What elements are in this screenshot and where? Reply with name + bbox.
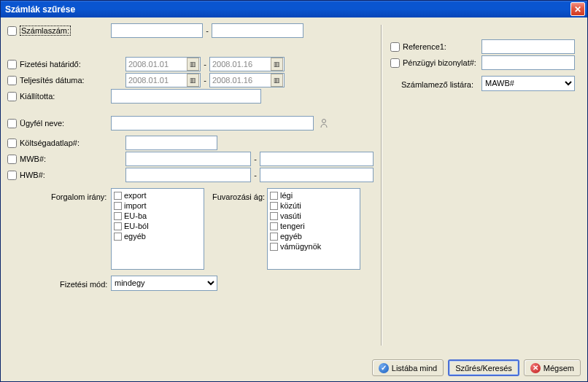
- list-item[interactable]: export: [114, 190, 201, 200]
- list-item-label: EU-ba: [124, 211, 147, 220]
- fizhatarido-checkbox[interactable]: [7, 60, 17, 69]
- penzugyi-checkbox[interactable]: [390, 58, 400, 68]
- svg-point-0: [322, 120, 326, 123]
- checkbox-icon[interactable]: [270, 212, 278, 220]
- dash: -: [251, 171, 260, 179]
- penzugyi-input[interactable]: [481, 55, 575, 70]
- checkbox-icon[interactable]: [114, 202, 122, 210]
- ugyfel-checkbox[interactable]: [7, 119, 17, 128]
- checkbox-icon[interactable]: [114, 212, 122, 220]
- reference1-input[interactable]: [481, 39, 575, 54]
- kiallitotta-input[interactable]: [111, 89, 261, 104]
- close-button[interactable]: ✕: [570, 2, 585, 16]
- szamlaszam-to-input[interactable]: [212, 23, 303, 38]
- hwb-to-input[interactable]: [260, 168, 374, 182]
- forgalom-irany-label: Forgalom irány:: [51, 192, 107, 201]
- list-item-label: vámügynök: [280, 242, 321, 251]
- checkbox-icon[interactable]: [270, 243, 278, 251]
- megsem-button[interactable]: ✕ Mégsem: [524, 359, 581, 376]
- fuvarozasi-ag-listbox[interactable]: légiközútivasútitengeriegyébvámügynök: [267, 188, 360, 270]
- calendar-icon[interactable]: ▥: [187, 74, 199, 87]
- koltsegadatlap-label: Költségadatlap#:: [20, 139, 80, 147]
- mwb-to-input[interactable]: [260, 152, 374, 166]
- checkbox-icon[interactable]: [270, 233, 278, 241]
- cancel-icon: ✕: [530, 363, 541, 373]
- list-item[interactable]: EU-ból: [114, 221, 201, 231]
- kiallitotta-checkbox[interactable]: [7, 92, 17, 101]
- fizhatarido-to-date[interactable]: 2008.01.16 ▥: [209, 57, 285, 71]
- list-item-label: EU-ból: [124, 222, 149, 230]
- forgalom-irany-listbox[interactable]: exportimportEU-baEU-bólegyéb: [111, 188, 204, 270]
- list-item-label: egyéb: [124, 232, 146, 241]
- vertical-separator: [381, 25, 382, 346]
- list-item[interactable]: EU-ba: [114, 211, 201, 221]
- fizhatarido-from-date[interactable]: 2008.01.01 ▥: [125, 57, 201, 71]
- list-item-label: tengeri: [280, 222, 305, 230]
- fizhatarido-label: Fizetési határidő:: [20, 60, 81, 69]
- szamlaszam-label: Számlaszám:: [20, 26, 71, 36]
- szures-kereses-button[interactable]: Szűrés/Keresés: [448, 359, 519, 376]
- list-item[interactable]: tengeri: [270, 221, 357, 231]
- calendar-icon[interactable]: ▥: [271, 74, 283, 87]
- teljesites-from-date[interactable]: 2008.01.01 ▥: [125, 73, 201, 87]
- koltsegadatlap-input[interactable]: [125, 136, 217, 150]
- checkbox-icon[interactable]: [270, 202, 278, 210]
- button-label: Mégsem: [543, 364, 574, 373]
- szamlaszam-from-input[interactable]: [111, 23, 203, 38]
- kiallitotta-label: Kiállította:: [20, 92, 55, 101]
- hwb-label: HWB#:: [20, 171, 45, 179]
- dash: -: [203, 26, 212, 35]
- ugyfel-input[interactable]: [111, 116, 314, 130]
- listaba-mind-button[interactable]: ✓ Listába mind: [372, 359, 444, 376]
- list-item[interactable]: egyéb: [270, 231, 357, 241]
- list-item-label: közúti: [280, 201, 301, 210]
- szamlaszam-checkbox[interactable]: [7, 26, 17, 36]
- check-icon: ✓: [379, 363, 389, 373]
- mwb-label: MWB#:: [20, 155, 46, 163]
- fizetesi-mod-label: Fizetési mód:: [60, 280, 107, 289]
- button-label: Szűrés/Keresés: [455, 364, 512, 373]
- dash: -: [251, 155, 260, 163]
- list-item-label: import: [124, 201, 147, 210]
- checkbox-icon[interactable]: [270, 192, 278, 200]
- fuvarozasi-ag-label: Fuvarozási ág:: [212, 192, 265, 201]
- calendar-icon[interactable]: ▥: [187, 58, 199, 71]
- button-label: Listába mind: [392, 364, 437, 373]
- checkbox-icon[interactable]: [114, 233, 122, 241]
- ugyfel-label: Ügyfél neve:: [20, 119, 64, 128]
- list-item[interactable]: vámügynök: [270, 241, 357, 252]
- list-item-label: vasúti: [280, 211, 301, 220]
- title-bar: Számlák szűrése ✕: [1, 1, 587, 17]
- hwb-checkbox[interactable]: [7, 171, 17, 180]
- list-item[interactable]: légi: [270, 190, 357, 200]
- dash: -: [201, 76, 209, 85]
- list-item[interactable]: egyéb: [114, 231, 201, 241]
- list-item[interactable]: közúti: [270, 200, 357, 211]
- list-item-label: légi: [280, 191, 293, 200]
- dash: -: [201, 60, 209, 69]
- checkbox-icon[interactable]: [114, 192, 122, 200]
- szamlamezo-select[interactable]: MAWB#: [481, 76, 575, 91]
- list-item[interactable]: vasúti: [270, 211, 357, 221]
- window-title: Számlák szűrése: [5, 4, 75, 15]
- penzugyi-label: Pénzügyi bizonylat#:: [403, 58, 476, 67]
- teljesites-label: Teljesítés dátuma:: [20, 76, 85, 85]
- list-item[interactable]: import: [114, 200, 201, 211]
- checkbox-icon[interactable]: [270, 222, 278, 230]
- reference1-checkbox[interactable]: [390, 42, 400, 52]
- calendar-icon[interactable]: ▥: [271, 58, 283, 71]
- hwb-from-input[interactable]: [125, 168, 251, 182]
- checkbox-icon[interactable]: [114, 222, 122, 230]
- teljesites-to-date[interactable]: 2008.01.16 ▥: [209, 73, 285, 87]
- list-item-label: export: [124, 191, 147, 200]
- person-lookup-icon[interactable]: [320, 118, 328, 128]
- fizetesi-mod-select[interactable]: mindegy: [111, 276, 217, 291]
- list-item-label: egyéb: [280, 232, 302, 241]
- mwb-from-input[interactable]: [125, 152, 251, 166]
- koltsegadatlap-checkbox[interactable]: [7, 139, 17, 148]
- mwb-checkbox[interactable]: [7, 155, 17, 164]
- reference1-label: Reference1:: [403, 42, 446, 51]
- teljesites-checkbox[interactable]: [7, 76, 17, 85]
- szamlamezo-label: Számlamező listára:: [401, 80, 473, 89]
